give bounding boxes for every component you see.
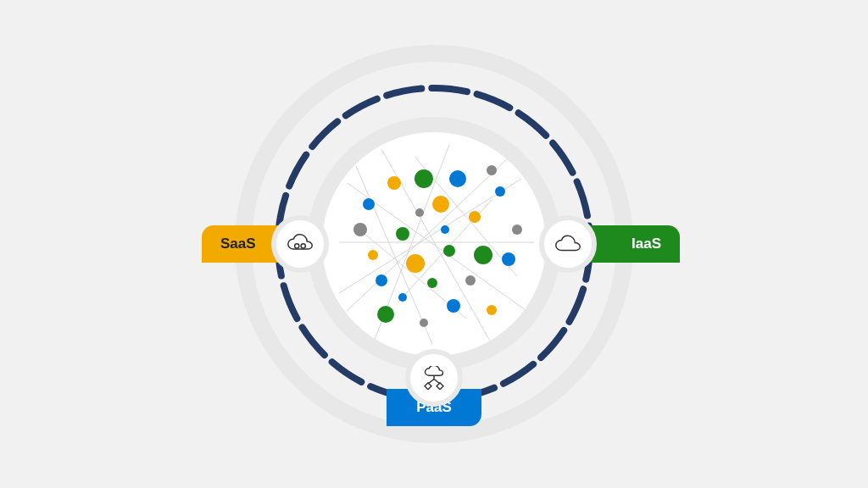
svg-point-34 [512,225,522,235]
svg-point-30 [441,225,449,234]
svg-point-11 [415,169,433,188]
cloud-icon [553,232,583,256]
svg-point-17 [387,176,401,190]
svg-point-36 [420,319,428,327]
svg-point-37 [295,244,299,248]
svg-point-38 [301,244,305,248]
svg-point-16 [427,278,437,288]
svg-point-12 [396,227,409,241]
iaas-icon-well [539,215,597,273]
svg-point-13 [443,245,455,257]
svg-point-35 [465,275,476,286]
svg-point-27 [398,293,407,302]
saas-text: SaaS [220,236,256,252]
svg-point-18 [432,196,449,213]
svg-point-25 [495,186,505,197]
svg-point-20 [368,250,378,260]
svg-point-26 [376,274,387,286]
iaas-text: IaaS [632,236,661,252]
svg-point-19 [469,211,481,223]
iaas-label: IaaS [589,225,680,263]
svg-point-28 [447,299,460,313]
svg-line-6 [356,166,432,344]
svg-point-24 [449,170,466,187]
cloud-hierarchy-icon [419,366,449,390]
svg-point-14 [474,246,492,264]
svg-point-32 [415,208,424,217]
cloud-models-diagram: SaaS IaaS PaaS [0,0,868,488]
svg-rect-43 [425,383,431,390]
svg-point-21 [406,254,425,273]
svg-point-29 [502,252,515,266]
paas-icon-well [405,349,463,407]
svg-point-23 [363,198,375,210]
network-mesh-svg [322,132,546,356]
svg-rect-44 [437,383,443,390]
svg-point-22 [487,305,497,315]
svg-point-15 [377,306,394,323]
svg-point-33 [487,165,497,175]
svg-point-31 [353,223,367,236]
cloud-gears-icon [285,232,315,256]
saas-icon-well [271,215,329,273]
network-mesh [322,132,546,356]
